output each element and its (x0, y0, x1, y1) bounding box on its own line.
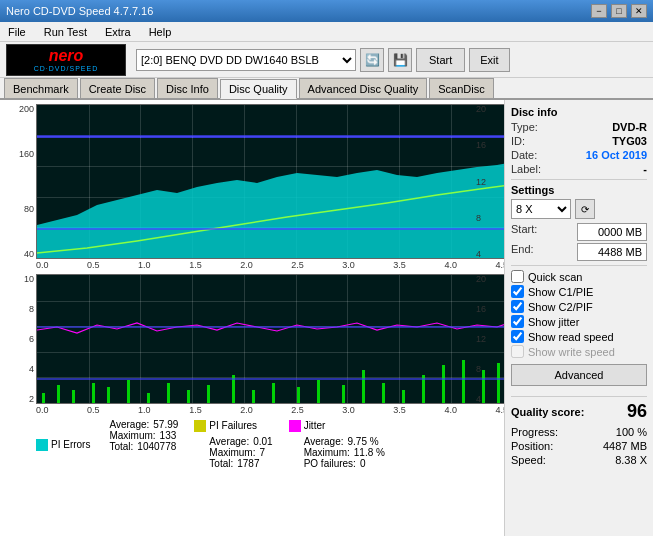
show-write-speed-row: Show write speed (511, 345, 647, 358)
pi-errors-color (36, 439, 48, 451)
start-button[interactable]: Start (416, 48, 465, 72)
progress-row: Progress: 100 % (511, 426, 647, 438)
pi-failures-total-val: 1787 (237, 458, 259, 469)
quality-score-row: Quality score: 96 (511, 401, 647, 422)
svg-rect-23 (442, 365, 445, 404)
disc-info-title: Disc info (511, 106, 647, 118)
speed-selector[interactable]: 8 X 4 X 2 X MAX (511, 199, 571, 219)
svg-rect-21 (402, 390, 405, 404)
maximize-button[interactable]: □ (611, 4, 627, 18)
pi-failures-avg-val: 0.01 (253, 436, 272, 447)
legend-pi-errors: PI Errors Average:57.99 Maximum:133 Tota… (36, 419, 178, 469)
save-icon[interactable]: 💾 (388, 48, 412, 72)
exit-button[interactable]: Exit (469, 48, 509, 72)
position-row: Position: 4487 MB (511, 440, 647, 452)
tab-benchmark[interactable]: Benchmark (4, 78, 78, 98)
svg-rect-3 (42, 393, 45, 404)
divider-3 (511, 396, 647, 397)
quality-score-label: Quality score: (511, 406, 584, 418)
settings-refresh-icon[interactable]: ⟳ (575, 199, 595, 219)
end-mb-label: End: (511, 243, 534, 261)
minimize-button[interactable]: − (591, 4, 607, 18)
disc-type-value: DVD-R (612, 121, 647, 133)
close-button[interactable]: ✕ (631, 4, 647, 18)
tab-disc-info[interactable]: Disc Info (157, 78, 218, 98)
pi-failures-total-label: Total: (209, 458, 233, 469)
pi-errors-total-val: 1040778 (137, 441, 176, 452)
speed-setting-row: 8 X 4 X 2 X MAX ⟳ (511, 199, 647, 219)
top-chart-wrapper: 200 160 80 40 (36, 104, 474, 259)
svg-rect-9 (147, 393, 150, 404)
show-read-speed-label: Show read speed (528, 331, 614, 343)
refresh-icon[interactable]: 🔄 (360, 48, 384, 72)
svg-rect-12 (207, 385, 210, 404)
show-c1pie-row: Show C1/PIE (511, 285, 647, 298)
drive-selector[interactable]: [2:0] BENQ DVD DD DW1640 BSLB (136, 49, 356, 71)
settings-title: Settings (511, 184, 647, 196)
end-mb-input[interactable] (577, 243, 647, 261)
nero-logo: nero CD·DVD/SPEED (6, 44, 126, 76)
top-chart (36, 104, 505, 259)
divider-1 (511, 179, 647, 180)
right-panel: Disc info Type: DVD-R ID: TYG03 Date: 16… (505, 100, 653, 536)
show-write-speed-label: Show write speed (528, 346, 615, 358)
pi-errors-max-val: 133 (160, 430, 177, 441)
show-write-speed-checkbox[interactable] (511, 345, 524, 358)
bottom-chart-wrapper: 10 8 6 4 2 (36, 274, 474, 404)
disc-date-label: Date: (511, 149, 537, 161)
show-read-speed-row: Show read speed (511, 330, 647, 343)
start-mb-input[interactable] (577, 223, 647, 241)
speed-value: 8.38 X (615, 454, 647, 466)
tab-bar: Benchmark Create Disc Disc Info Disc Qua… (0, 78, 653, 100)
jitter-avg-label: Average: (304, 436, 344, 447)
pi-errors-label: PI Errors (51, 439, 90, 450)
jitter-max-label: Maximum: (304, 447, 350, 458)
jitter-max-val: 11.8 % (354, 447, 385, 458)
svg-rect-16 (297, 387, 300, 404)
svg-rect-5 (72, 390, 75, 404)
advanced-button[interactable]: Advanced (511, 364, 647, 386)
quick-scan-checkbox[interactable] (511, 270, 524, 283)
end-mb-row: End: (511, 243, 647, 261)
progress-label: Progress: (511, 426, 558, 438)
disc-date-row: Date: 16 Oct 2019 (511, 149, 647, 161)
disc-id-row: ID: TYG03 (511, 135, 647, 147)
top-chart-y-right: 20 16 12 8 4 (476, 104, 494, 259)
menu-extra[interactable]: Extra (101, 24, 135, 40)
title-bar-controls: − □ ✕ (591, 4, 647, 18)
speed-label: Speed: (511, 454, 546, 466)
jitter-color (289, 420, 301, 432)
pi-failures-max-val: 7 (259, 447, 265, 458)
jitter-avg-val: 9.75 % (347, 436, 378, 447)
pi-failures-color (194, 420, 206, 432)
position-label: Position: (511, 440, 553, 452)
show-c2pif-row: Show C2/PIF (511, 300, 647, 313)
top-chart-x-axis: 0.00.51.01.52.02.53.03.54.04.5 (36, 260, 505, 270)
show-c2pif-checkbox[interactable] (511, 300, 524, 313)
svg-rect-7 (107, 387, 110, 404)
tab-advanced-disc-quality[interactable]: Advanced Disc Quality (299, 78, 428, 98)
bottom-chart-y-left: 10 8 6 4 2 (10, 274, 34, 404)
menu-file[interactable]: File (4, 24, 30, 40)
svg-rect-18 (342, 385, 345, 404)
disc-id-value: TYG03 (612, 135, 647, 147)
show-jitter-checkbox[interactable] (511, 315, 524, 328)
menu-run-test[interactable]: Run Test (40, 24, 91, 40)
position-value: 4487 MB (603, 440, 647, 452)
svg-rect-26 (497, 363, 500, 404)
quality-score-value: 96 (627, 401, 647, 422)
pi-failures-max-label: Maximum: (209, 447, 255, 458)
svg-rect-6 (92, 383, 95, 404)
svg-rect-8 (127, 380, 130, 404)
divider-2 (511, 265, 647, 266)
tab-create-disc[interactable]: Create Disc (80, 78, 155, 98)
legend-pi-failures: PI Failures Average:0.01 Maximum:7 Total… (194, 419, 272, 469)
show-read-speed-checkbox[interactable] (511, 330, 524, 343)
show-c1pie-checkbox[interactable] (511, 285, 524, 298)
tab-scandisc[interactable]: ScanDisc (429, 78, 493, 98)
svg-rect-10 (167, 383, 170, 404)
disc-label-label: Label: (511, 163, 541, 175)
tab-disc-quality[interactable]: Disc Quality (220, 79, 297, 99)
menu-help[interactable]: Help (145, 24, 176, 40)
disc-type-row: Type: DVD-R (511, 121, 647, 133)
